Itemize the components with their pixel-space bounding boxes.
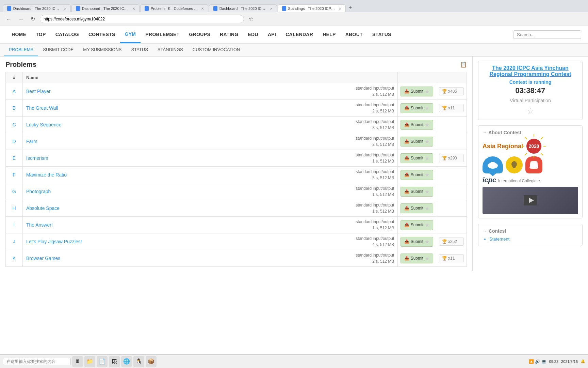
prob-name-link-G[interactable]: Photograph [26,189,51,194]
taskbar-notification[interactable]: 🔔 [581,359,585,364]
taskbar-photos[interactable]: 🖼 [109,356,120,367]
new-tab-button[interactable]: + [346,4,354,12]
svg-rect-13 [513,167,516,168]
submit-button-J[interactable]: 📤 Submit★ [401,237,433,247]
prob-count-cell: 🏆 x11 [436,100,467,117]
video-thumbnail[interactable] [483,187,578,214]
prob-name-link-J[interactable]: Let's Play Jigsaw Puzzles! [26,239,82,244]
taskbar-edge[interactable]: 🌐 [121,356,132,367]
tab-close-1[interactable]: ✕ [64,7,66,11]
nav-contests[interactable]: CONTESTS [84,26,120,43]
virtual-star[interactable]: ☆ [483,106,578,116]
nav-groups[interactable]: GROUPS [184,26,215,43]
submit-button-H[interactable]: 📤 Submit★ [401,203,433,213]
submit-button-B[interactable]: 📤 Submit★ [401,103,433,113]
submit-button-K[interactable]: 📤 Submit★ [401,254,433,263]
prob-count-A[interactable]: 🏆 x485 [439,87,464,95]
prob-letter-E[interactable]: E [13,155,16,161]
taskbar-search[interactable] [3,358,71,365]
nav-calendar[interactable]: CALENDAR [281,26,318,43]
prob-count-J[interactable]: 🏆 x252 [439,237,464,246]
submit-button-A[interactable]: 📤 Submit★ [401,87,433,96]
taskbar-linux[interactable]: 🐧 [133,356,144,367]
taskbar-app[interactable]: 📦 [146,356,157,367]
search-input[interactable] [513,30,581,39]
tab-3[interactable]: Problem - K - Codeforces (Unor... ✕ [140,4,208,12]
prob-name-link-C[interactable]: Lucky Sequence [26,122,62,127]
subnav-standings[interactable]: STANDINGS [153,44,188,56]
submit-button-G[interactable]: 📤 Submit★ [401,187,433,197]
prob-letter-C[interactable]: C [12,122,16,127]
subnav-problems[interactable]: PROBLEMS [4,44,38,56]
prob-name-link-F[interactable]: Maximize the Ratio [26,172,67,178]
submit-button-E[interactable]: 📤 Submit★ [401,153,433,163]
nav-problemset[interactable]: PROBLEMSET [141,26,184,43]
prob-letter-H[interactable]: H [12,205,16,211]
prob-name-link-B[interactable]: The Great Wall [26,105,58,111]
prob-letter-D[interactable]: D [12,139,16,144]
tab-1[interactable]: Dashboard - The 2020 ICPC Asi... ✕ [3,4,71,12]
prob-letter-F[interactable]: F [13,172,16,178]
nav-catalog[interactable]: CATALOG [51,26,84,43]
prob-count-B[interactable]: 🏆 x11 [439,104,464,112]
tab-5[interactable]: Standings - The 2020 ICPC Asia... ✕ [278,4,346,12]
nav-rating[interactable]: RATING [215,26,243,43]
bookmark-button[interactable]: ☆ [247,15,256,23]
prob-letter-I[interactable]: I [14,222,15,228]
contest-list-item-statement[interactable]: Statement [489,236,578,242]
nav-status[interactable]: STATUS [368,26,396,43]
taskbar-folder[interactable]: 📁 [84,356,95,367]
svg-line-7 [525,137,527,139]
prob-letter-K[interactable]: K [13,256,16,261]
contest-title[interactable]: The 2020 ICPC Asia Yinchuan Regional Pro… [483,65,578,77]
prob-letter-J[interactable]: J [13,239,15,244]
submit-button-D[interactable]: 📤 Submit★ [401,137,433,147]
tab-close-3[interactable]: ✕ [201,7,204,11]
nav-about[interactable]: ABOUT [341,26,368,43]
prob-name-link-K[interactable]: Browser Games [26,256,60,261]
nav-top[interactable]: TOP [31,26,50,43]
copy-icon[interactable]: 📋 [460,61,467,68]
taskbar-files[interactable]: 📄 [97,356,108,367]
prob-meta-K: standard input/output 2 s, 512 MB [356,252,394,264]
subnav-status[interactable]: STATUS [127,44,153,56]
tab-close-4[interactable]: ✕ [270,7,273,11]
nav-home[interactable]: HOME [7,26,31,43]
problems-title: Problems 📋 [5,61,467,68]
prob-letter-cell: I [6,217,23,233]
nav-edu[interactable]: EDU [243,26,263,43]
taskbar-calculator[interactable]: 🖩 [72,356,83,367]
submit-button-I[interactable]: 📤 Submit★ [401,220,433,230]
tab-2[interactable]: Dashboard - The 2020 ICPC Asi... ✕ [71,4,140,12]
intl-text: International Collegiate [498,179,540,183]
tab-close-5[interactable]: ✕ [339,7,341,11]
prob-count-E[interactable]: 🏆 x290 [439,154,464,162]
prob-name-link-H[interactable]: Absolute Space [26,205,60,211]
prob-name-link-E[interactable]: Isomerism [26,155,48,161]
prob-name-link-A[interactable]: Best Player [26,89,51,94]
prob-name-link-I[interactable]: The Answer! [26,222,53,228]
subnav-my-submissions[interactable]: MY SUBMISSIONS [78,44,126,56]
submit-button-C[interactable]: 📤 Submit★ [401,120,433,130]
back-button[interactable]: ← [4,15,14,23]
subnav-custom-invocation[interactable]: CUSTOM INVOCATION [188,44,245,56]
prob-name-link-D[interactable]: Farm [26,139,37,144]
nav-gym[interactable]: GYM [120,26,141,43]
forward-button[interactable]: → [16,15,26,23]
prob-letter-G[interactable]: G [12,189,16,194]
prob-letter-cell: J [6,233,23,250]
prob-count-K[interactable]: 🏆 x11 [439,254,464,262]
prob-letter-B[interactable]: B [13,105,16,111]
subnav-submit-code[interactable]: SUBMIT CODE [38,44,78,56]
nav-api[interactable]: API [263,26,281,43]
reload-button[interactable]: ↻ [29,15,37,23]
statement-link[interactable]: Statement [489,236,509,242]
prob-letter-A[interactable]: A [13,89,16,94]
submit-button-F[interactable]: 📤 Submit★ [401,170,433,180]
tab-4[interactable]: Dashboard - The 2020 ICPC Asi... ✕ [209,4,277,12]
url-input[interactable] [40,15,244,23]
bulb-logo [506,156,523,173]
nav-help[interactable]: HELP [318,26,341,43]
prob-name-cell: Maximize the Ratiostandard input/output … [23,167,398,183]
tab-close-2[interactable]: ✕ [132,7,135,11]
